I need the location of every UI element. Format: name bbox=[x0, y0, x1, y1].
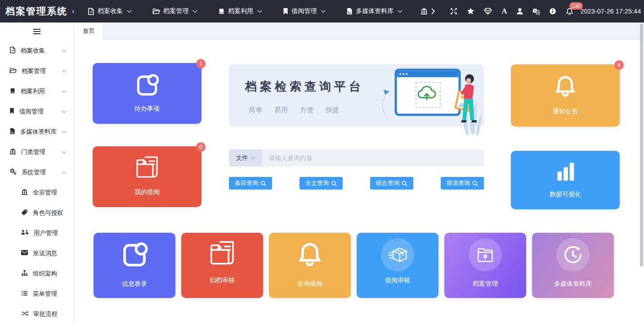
gem-icon[interactable] bbox=[484, 8, 492, 15]
nav-menu-archive-use[interactable]: 档案利用 bbox=[218, 7, 262, 15]
filter-query-button[interactable]: 筛选查询 bbox=[441, 177, 484, 190]
info-icon[interactable] bbox=[549, 8, 556, 15]
query-buttons: 条目查询 全文查询 组合查询 筛选查询 bbox=[229, 177, 484, 190]
gears-icon bbox=[9, 168, 17, 176]
top-navbar: 档案管理系统 ‹ 档案收集 档案管理 档案利用 借阅管理 多媒体资料库 bbox=[0, 0, 644, 23]
sidebar-item-system-manage[interactable]: 系统管理 bbox=[0, 162, 74, 182]
sidebar-item-label: 全宗管理 bbox=[33, 189, 57, 197]
my-borrow-badge: 0 bbox=[196, 142, 206, 152]
sidebar-item-label: 菜单管理 bbox=[33, 290, 57, 298]
font-size-icon[interactable]: A bbox=[501, 7, 507, 16]
home-content: 1 待办事项 档案检索查询平台 简单易用方便快捷 bbox=[75, 40, 644, 325]
search-category-select[interactable]: 文件 bbox=[229, 149, 262, 167]
shortcut-query-borrow[interactable]: 查询借阅 bbox=[269, 233, 351, 298]
sidebar-subitem-org-structure[interactable]: 组织架构 bbox=[0, 263, 74, 284]
nav-menu-archive-collect[interactable]: 档案收集 bbox=[88, 7, 132, 15]
sidebar-item-label: 多媒体资料库 bbox=[20, 128, 57, 136]
entry-query-button[interactable]: 条目查询 bbox=[229, 177, 272, 190]
chevron-down-icon bbox=[257, 10, 262, 13]
book-icon bbox=[9, 87, 16, 95]
shortcut-archive-manage[interactable]: 档案管理 bbox=[444, 233, 526, 298]
vertical-scrollbar[interactable] bbox=[640, 23, 643, 266]
shortcut-label: 多媒体资料库 bbox=[532, 280, 614, 288]
nav-menu-archive-manage[interactable]: 档案管理 bbox=[152, 7, 197, 15]
hamburger-menu-icon[interactable] bbox=[0, 23, 74, 41]
todo-badge: 1 bbox=[196, 59, 206, 68]
search-input[interactable] bbox=[262, 149, 484, 167]
sidebar-item-label: 系统管理 bbox=[22, 168, 46, 176]
datetime-display: 2023-07-26 17:25:44 bbox=[581, 8, 641, 15]
shortcut-borrow-review[interactable]: 借阅审核 bbox=[357, 233, 438, 298]
shortcut-archive-review[interactable]: 归档审核 bbox=[181, 233, 263, 298]
sidebar-subitem-send-message[interactable]: 发送消息 bbox=[0, 243, 74, 263]
sidebar-subitem-roles-auth[interactable]: 角色与授权 bbox=[0, 203, 74, 223]
fullscreen-icon[interactable] bbox=[450, 8, 457, 15]
nav-menu-label: 多媒体资料库 bbox=[356, 7, 394, 15]
chevron-down-icon bbox=[398, 10, 402, 13]
banner-subtitle: 简单易用方便快捷 bbox=[249, 106, 339, 114]
nav-menu-multimedia[interactable]: 多媒体资料库 bbox=[346, 7, 402, 15]
sidebar-subitem-menu-manage[interactable]: 菜单管理 bbox=[0, 284, 74, 304]
nav-menu-overflow[interactable] bbox=[420, 8, 435, 15]
sidebar-item-label: 档案利用 bbox=[21, 87, 45, 95]
shuffle-icon bbox=[21, 311, 28, 318]
bell-icon bbox=[293, 239, 326, 274]
chevron-up-icon bbox=[62, 169, 67, 176]
sidebar-subitem-user-manage[interactable]: 用户管理 bbox=[0, 223, 74, 243]
sidebar-item-label: 用户管理 bbox=[34, 229, 58, 237]
user-icon[interactable] bbox=[517, 8, 523, 15]
sidebar-item-archive-use[interactable]: 档案利用 bbox=[0, 81, 74, 101]
bookmark-icon bbox=[9, 108, 14, 116]
folder-open-icon bbox=[152, 8, 160, 14]
notifications-bell-icon[interactable]: 136 bbox=[566, 8, 573, 15]
todo-icon bbox=[132, 71, 162, 103]
chevron-right-icon[interactable] bbox=[431, 8, 435, 14]
nav-menu-label: 档案利用 bbox=[228, 7, 253, 15]
sidebar-item-label: 角色与授权 bbox=[33, 209, 63, 217]
todo-card[interactable]: 1 待办事项 bbox=[93, 63, 201, 124]
sidebar-item-multimedia[interactable]: 多媒体资料库 bbox=[0, 122, 74, 142]
data-visualization-card[interactable]: 数据可视化 bbox=[511, 151, 620, 209]
collapse-sidebar-icon[interactable]: ‹ bbox=[72, 7, 74, 15]
shortcut-info-entry[interactable]: 信息著录 bbox=[94, 233, 175, 298]
sidebar-subitem-approval-flow[interactable]: 审批流程 bbox=[0, 304, 74, 324]
tab-home[interactable]: 首页 bbox=[75, 23, 103, 40]
translate-icon[interactable]: 文A bbox=[532, 8, 540, 15]
chevron-down-icon bbox=[321, 10, 326, 13]
notice-card[interactable]: 6 通知公告 bbox=[511, 64, 620, 126]
sidebar-item-label: 档案管理 bbox=[22, 67, 46, 75]
sidebar-subitem-fonds-manage[interactable]: 全宗管理 bbox=[0, 182, 74, 203]
shortcut-label: 查询借阅 bbox=[269, 280, 351, 288]
card-label: 我的借阅 bbox=[93, 188, 201, 196]
sidebar-item-category-manage[interactable]: 门类管理 bbox=[0, 142, 74, 162]
book-icon bbox=[218, 8, 225, 15]
users-icon bbox=[21, 229, 29, 237]
nav-menu-borrow-manage[interactable]: 借阅管理 bbox=[283, 7, 326, 15]
notification-count-badge: 136 bbox=[569, 2, 583, 9]
bell-icon bbox=[550, 72, 580, 104]
folder-document-icon bbox=[206, 239, 238, 271]
search-icon bbox=[472, 181, 478, 186]
chevron-down-icon bbox=[62, 47, 67, 54]
sidebar-item-label: 发送消息 bbox=[33, 249, 57, 257]
fulltext-query-button[interactable]: 全文查询 bbox=[300, 177, 343, 190]
sidebar-item-archive-manage[interactable]: 档案管理 bbox=[0, 61, 74, 81]
my-borrow-card[interactable]: 0 我的借阅 bbox=[93, 146, 201, 207]
combo-query-button[interactable]: 组合查询 bbox=[370, 177, 413, 190]
sitemap-icon bbox=[21, 270, 28, 278]
sidebar-item-label: 组织架构 bbox=[33, 270, 57, 278]
chevron-down-icon bbox=[62, 149, 67, 155]
shortcut-multimedia-library[interactable]: 多媒体资料库 bbox=[532, 233, 614, 298]
todo-icon bbox=[118, 239, 151, 274]
nav-menu-label: 档案收集 bbox=[98, 7, 123, 15]
sidebar-item-borrow-manage[interactable]: 借阅管理 bbox=[0, 101, 74, 122]
search-bar: 文件 bbox=[229, 149, 484, 167]
sidebar-item-archive-collect[interactable]: 档案收集 bbox=[0, 41, 74, 61]
search-icon bbox=[402, 181, 407, 186]
card-label: 通知公告 bbox=[511, 108, 620, 116]
star-icon[interactable] bbox=[467, 8, 474, 15]
sidebar-item-label: 门类管理 bbox=[21, 148, 45, 156]
sidebar: 档案收集 档案管理 档案利用 借阅管理 多媒体资料库 门类管理 系统管理 全宗管… bbox=[0, 23, 74, 325]
bank-icon bbox=[9, 148, 16, 156]
file-icon bbox=[88, 8, 94, 15]
